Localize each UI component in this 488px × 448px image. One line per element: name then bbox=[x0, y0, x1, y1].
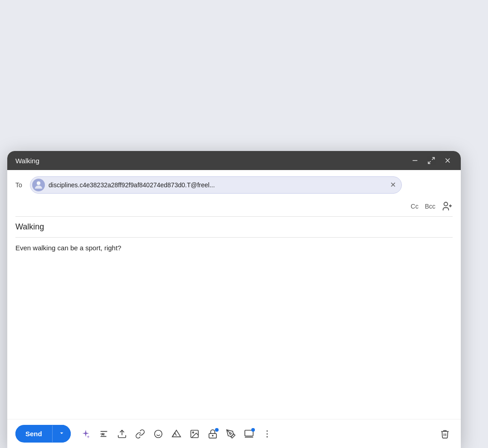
toolbar: Send A bbox=[7, 419, 461, 448]
attach-button[interactable] bbox=[114, 426, 130, 442]
discard-button[interactable] bbox=[437, 426, 453, 442]
recipient-email: disciplines.c4e38232a28ff92f9af840274ed8… bbox=[49, 181, 386, 189]
minimize-button[interactable] bbox=[410, 156, 420, 166]
avatar bbox=[32, 179, 45, 191]
svg-point-14 bbox=[154, 430, 162, 438]
cc-button[interactable]: Cc bbox=[411, 203, 419, 210]
recipient-chip[interactable]: disciplines.c4e38232a28ff92f9af840274ed8… bbox=[30, 176, 402, 194]
to-row: To disciplines.c4e38232a28ff92f9af840274… bbox=[7, 170, 461, 200]
emoji-button[interactable] bbox=[151, 426, 166, 442]
signature-button[interactable] bbox=[223, 426, 239, 442]
svg-point-26 bbox=[266, 436, 268, 438]
confidential-extras-button[interactable] bbox=[241, 426, 257, 442]
svg-point-6 bbox=[444, 202, 448, 206]
confidential-dot bbox=[215, 428, 219, 432]
more-options-button[interactable] bbox=[259, 426, 275, 442]
svg-point-5 bbox=[37, 181, 40, 185]
send-dropdown-button[interactable] bbox=[53, 425, 71, 443]
bcc-button[interactable]: Bcc bbox=[425, 203, 435, 210]
send-button-group: Send bbox=[15, 425, 71, 443]
remove-recipient-button[interactable]: ✕ bbox=[389, 181, 397, 189]
body-text: Even walking can be a sport, right? bbox=[15, 243, 453, 253]
svg-point-20 bbox=[212, 435, 213, 436]
compose-window: Walking bbox=[7, 151, 461, 448]
svg-point-18 bbox=[192, 432, 194, 433]
title-actions bbox=[410, 156, 453, 166]
cc-bcc-row: Cc Bcc bbox=[7, 200, 461, 216]
confidential-button[interactable] bbox=[205, 426, 220, 442]
to-label: To bbox=[15, 181, 24, 189]
link-button[interactable] bbox=[132, 426, 148, 442]
body-area[interactable]: Even walking can be a sport, right? bbox=[7, 238, 461, 419]
svg-point-24 bbox=[266, 430, 268, 432]
ai-assist-button[interactable] bbox=[78, 426, 93, 442]
add-recipients-button[interactable] bbox=[442, 201, 453, 212]
title-bar: Walking bbox=[7, 151, 461, 170]
subject-text: Walking bbox=[15, 222, 44, 231]
svg-line-1 bbox=[432, 157, 434, 160]
svg-point-21 bbox=[229, 433, 231, 434]
formatting-button[interactable]: A bbox=[96, 426, 112, 442]
subject-row[interactable]: Walking bbox=[7, 217, 461, 237]
compose-body: To disciplines.c4e38232a28ff92f9af840274… bbox=[7, 170, 461, 448]
svg-line-2 bbox=[428, 161, 430, 164]
expand-button[interactable] bbox=[426, 156, 436, 166]
send-button[interactable]: Send bbox=[15, 425, 53, 442]
drive-button[interactable] bbox=[169, 426, 184, 442]
svg-point-25 bbox=[266, 433, 268, 434]
svg-text:A: A bbox=[101, 432, 104, 436]
compose-title: Walking bbox=[15, 157, 39, 165]
close-button[interactable] bbox=[443, 156, 453, 166]
extras-dot bbox=[251, 428, 255, 432]
photo-button[interactable] bbox=[187, 426, 202, 442]
